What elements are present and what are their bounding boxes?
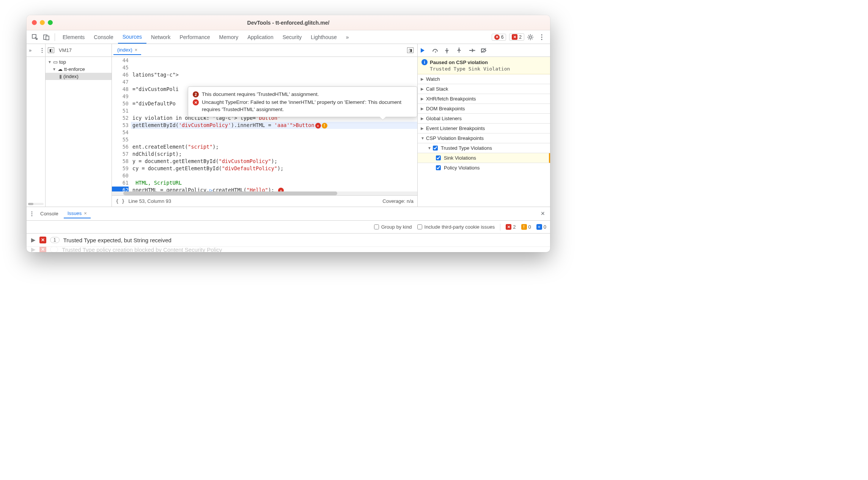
issue-text: Trusted Type policy creation blocked by … (62, 247, 222, 252)
tab-application[interactable]: Application (243, 30, 278, 44)
xhr-breakpoints-panel[interactable]: ▶XHR/fetch Breakpoints (418, 94, 550, 104)
drawer-tab-issues[interactable]: Issues× (64, 209, 91, 218)
issue-count (50, 247, 58, 252)
svg-point-18 (31, 215, 33, 216)
dom-breakpoints-panel[interactable]: ▶DOM Breakpoints (418, 104, 550, 114)
close-tab-icon[interactable]: × (135, 47, 138, 53)
step-into-icon[interactable] (444, 47, 453, 53)
settings-icon[interactable] (525, 32, 536, 42)
file-icon: ▮ (59, 74, 62, 79)
more-navigator-icon[interactable]: » (29, 47, 31, 53)
sink-violations-checkbox[interactable] (436, 155, 441, 160)
global-listeners-panel[interactable]: ▶Global Listeners (418, 114, 550, 124)
svg-point-5 (541, 36, 542, 38)
policy-violations-row[interactable]: Policy Violations (418, 163, 550, 173)
issues-error-count: ✕2 (506, 224, 516, 230)
error-tooltip: 2This document requires 'TrustedHTML' as… (188, 86, 417, 117)
errors-badge[interactable]: ✕ 6 (492, 34, 506, 41)
devtools-window: DevTools - tt-enforced.glitch.me/ Elemen… (27, 15, 550, 252)
svg-point-7 (42, 48, 43, 49)
file-tree: ◧ VM17 ▼ ▭ top ▼ ☁ tt-enforce ▮ (index) (46, 44, 112, 207)
issue-row[interactable]: ▶ ✕ 1 Trusted Type expected, but String … (27, 234, 550, 247)
svg-rect-2 (46, 36, 49, 40)
main-toolbar: Elements Console Sources Network Perform… (27, 30, 550, 44)
step-out-icon[interactable] (456, 47, 465, 53)
tab-performance[interactable]: Performance (175, 30, 214, 44)
issue-row[interactable]: ▶ ✕ Trusted Type policy creation blocked… (27, 247, 550, 252)
sink-violations-row[interactable]: Sink Violations (418, 153, 550, 163)
more-tabs-icon[interactable]: » (341, 30, 354, 44)
deactivate-breakpoints-icon[interactable] (481, 47, 489, 53)
close-drawer-icon[interactable]: × (538, 210, 548, 218)
svg-point-17 (31, 213, 33, 214)
step-icon[interactable] (469, 48, 477, 53)
tab-sources[interactable]: Sources (118, 30, 146, 44)
pretty-print-icon[interactable]: { } (116, 198, 124, 204)
device-toggle-icon[interactable] (41, 32, 52, 42)
tree-row-index[interactable]: ▮ (index) (46, 73, 112, 80)
issue-text: Trusted Type expected, but String receiv… (63, 237, 171, 243)
issue-error-icon: ✕ (39, 247, 46, 252)
code-area[interactable]: 44454647484950515253545556575859606162 l… (112, 57, 417, 191)
editor-tab-index[interactable]: (index) × (113, 45, 141, 55)
event-listener-breakpoints-panel[interactable]: ▶Event Listener Breakpoints (418, 124, 550, 133)
drawer: Console Issues× × Group by kind Include … (27, 207, 550, 252)
issue-icon: ✕ (512, 34, 517, 40)
close-drawer-tab-icon[interactable]: × (84, 210, 87, 216)
svg-point-14 (474, 50, 475, 51)
error-count-icon: 2 (193, 91, 199, 97)
step-over-icon[interactable] (432, 48, 440, 53)
trusted-type-checkbox[interactable] (433, 146, 438, 151)
drawer-tab-console[interactable]: Console (36, 209, 62, 218)
window-title: DevTools - tt-enforced.glitch.me/ (27, 20, 550, 26)
toggle-sidebar-icon[interactable]: ◨ (407, 47, 414, 53)
tab-network[interactable]: Network (146, 30, 175, 44)
more-menu-icon[interactable] (536, 32, 547, 42)
issue-error-icon: ✕ (39, 237, 46, 243)
policy-violations-checkbox[interactable] (436, 165, 441, 170)
issues-count: 2 (519, 35, 522, 40)
watch-panel[interactable]: ▶Watch (418, 74, 550, 84)
toggle-navigator-icon[interactable]: ◧ (48, 47, 54, 53)
svg-point-4 (541, 34, 542, 35)
tab-console[interactable]: Console (89, 30, 118, 44)
navigator-scrollbar[interactable] (28, 203, 44, 205)
resume-icon[interactable] (420, 47, 428, 53)
svg-point-3 (529, 36, 531, 38)
svg-point-6 (541, 39, 542, 40)
tab-security[interactable]: Security (278, 30, 307, 44)
tree-row-top[interactable]: ▼ ▭ top (46, 58, 112, 66)
tab-memory[interactable]: Memory (215, 30, 243, 44)
error-icon: ✕ (193, 99, 199, 105)
include-3p-cookies-toggle[interactable]: Include third-party cookie issues (417, 224, 495, 230)
svg-point-12 (447, 52, 448, 53)
editor-status-bar: { } Line 53, Column 93 Coverage: n/a (112, 195, 417, 207)
drawer-menu-icon[interactable] (29, 211, 35, 216)
errors-count: 6 (501, 35, 504, 40)
issues-info-count: ≡0 (536, 224, 546, 230)
trusted-type-violations-row[interactable]: ▼Trusted Type Violations (418, 143, 550, 153)
svg-point-8 (42, 50, 43, 51)
editor-h-scrollbar[interactable] (112, 191, 417, 195)
editor-tab-vm17[interactable]: VM17 (57, 47, 74, 53)
svg-point-13 (459, 47, 460, 49)
tree-row-domain[interactable]: ▼ ☁ tt-enforce (46, 66, 112, 73)
issues-badge[interactable]: ✕ 2 (509, 33, 524, 41)
tab-lighthouse[interactable]: Lighthouse (306, 30, 341, 44)
callstack-panel[interactable]: ▶Call Stack (418, 84, 550, 94)
info-icon: i (421, 59, 428, 65)
csp-violation-breakpoints-panel[interactable]: ▼CSP Violation Breakpoints (418, 133, 550, 143)
group-by-kind-toggle[interactable]: Group by kind (374, 224, 412, 230)
navigator-menu-icon[interactable] (41, 48, 43, 53)
svg-point-9 (42, 52, 43, 53)
cursor-position: Line 53, Column 93 (128, 198, 171, 204)
inspect-icon[interactable] (30, 32, 40, 42)
error-icon: ✕ (494, 35, 500, 40)
code-editor: (index) × ◨ 4445464748495051525354555657… (112, 44, 417, 207)
issue-count: 1 (50, 237, 60, 243)
window-frame-icon: ▭ (53, 59, 58, 65)
tab-elements[interactable]: Elements (58, 30, 89, 44)
debugger-sidebar: iPaused on CSP violation Trusted Type Si… (417, 44, 550, 207)
issues-warn-count: !0 (521, 224, 531, 230)
svg-point-16 (31, 211, 33, 212)
